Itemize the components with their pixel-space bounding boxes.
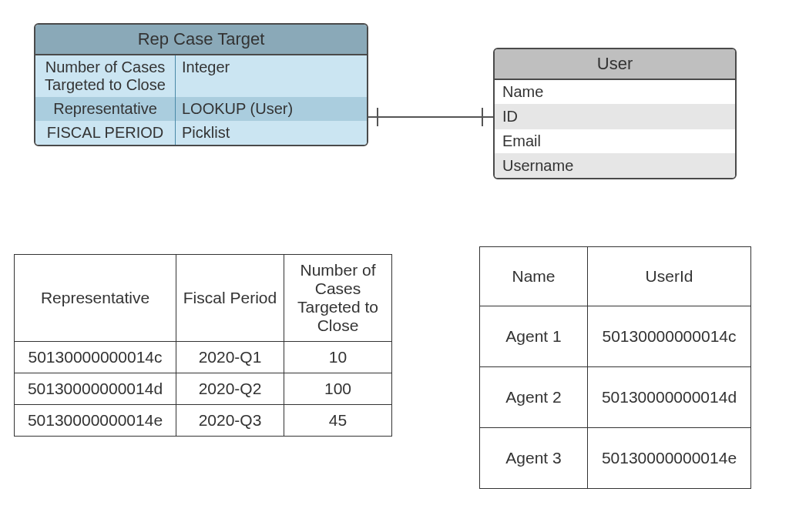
table-header-row: Name UserId [480,247,751,306]
cell: 50130000000014e [15,405,176,437]
field-label: Email [495,129,735,153]
cell: 10 [284,342,392,373]
field-label: ID [495,105,735,129]
cell: 100 [284,373,392,405]
field-label: FISCAL PERIOD [35,121,176,145]
cell: Agent 3 [480,428,588,489]
table-row: 50130000000014c 2020-Q1 10 [15,342,392,373]
entity-row: Representative LOOKUP (User) [35,97,367,121]
field-label: Number of Cases Targeted to Close [35,55,176,97]
relationship-connector [367,102,495,132]
entity-title: Rep Case Target [138,29,265,49]
table-row: 50130000000014d 2020-Q2 100 [15,373,392,405]
entity-row: Name [495,80,735,104]
table-row: 50130000000014e 2020-Q3 45 [15,405,392,437]
field-label: Username [495,154,735,178]
cell: 2020-Q1 [176,342,284,373]
cell: 50130000000014d [15,373,176,405]
entity-header: Rep Case Target [35,25,367,55]
col-header: Name [480,247,588,306]
cell: 2020-Q3 [176,405,284,437]
entity-row: ID [495,104,735,129]
entity-rep-case-target: Rep Case Target Number of Cases Targeted… [34,23,368,146]
cell: 45 [284,405,392,437]
table-row: Agent 1 50130000000014c [480,306,751,367]
entity-header: User [495,49,735,80]
cell: 50130000000014c [15,342,176,373]
table-header-row: Representative Fiscal Period Number of C… [15,255,392,342]
col-header: Number of Cases Targeted to Close [284,255,392,342]
cell: Agent 2 [480,367,588,428]
entity-row: Email [495,129,735,153]
field-type: Picklist [176,121,367,145]
cell: Agent 1 [480,306,588,367]
field-label: Name [495,80,735,104]
field-type: Integer [176,55,367,97]
col-header: Representative [15,255,176,342]
field-label: Representative [35,97,176,121]
entity-row: Username [495,153,735,178]
cell: 2020-Q2 [176,373,284,405]
rep-data-table: Representative Fiscal Period Number of C… [14,254,392,437]
entity-row: Number of Cases Targeted to Close Intege… [35,55,367,97]
cell: 50130000000014e [588,428,751,489]
entity-row: FISCAL PERIOD Picklist [35,121,367,145]
col-header: Fiscal Period [176,255,284,342]
table-row: Agent 2 50130000000014d [480,367,751,428]
col-header: UserId [588,247,751,306]
field-type: LOOKUP (User) [176,97,367,121]
user-data-table: Name UserId Agent 1 50130000000014c Agen… [479,246,751,489]
cell: 50130000000014d [588,367,751,428]
cell: 50130000000014c [588,306,751,367]
table-row: Agent 3 50130000000014e [480,428,751,489]
entity-user: User Name ID Email Username [493,48,737,179]
entity-title: User [597,54,633,73]
diagram-canvas: Rep Case Target Number of Cases Targeted… [0,0,789,532]
